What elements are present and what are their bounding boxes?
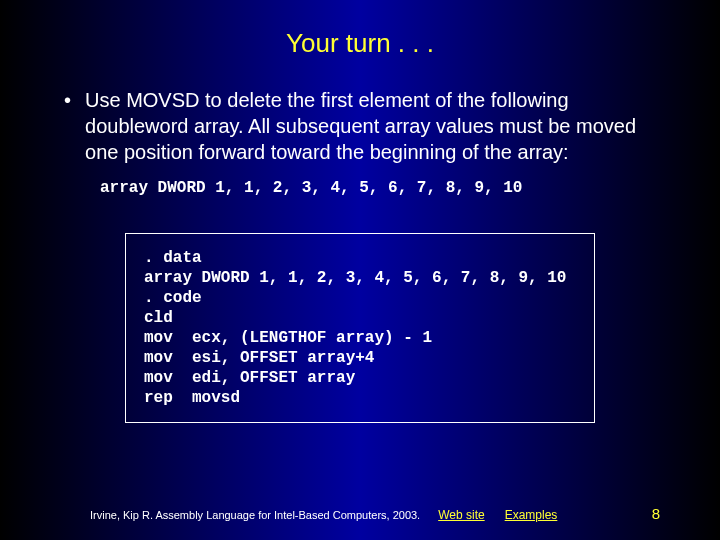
slide-title: Your turn . . . — [0, 0, 720, 59]
bullet-marker: • — [64, 87, 71, 113]
footer: Irvine, Kip R. Assembly Language for Int… — [0, 508, 720, 522]
slide-content: • Use MOVSD to delete the first element … — [0, 59, 720, 423]
bullet-item: • Use MOVSD to delete the first element … — [56, 87, 664, 165]
footer-credit: Irvine, Kip R. Assembly Language for Int… — [90, 509, 420, 521]
bullet-text: Use MOVSD to delete the first element of… — [85, 87, 664, 165]
examples-link[interactable]: Examples — [505, 508, 558, 522]
array-declaration: array DWORD 1, 1, 2, 3, 4, 5, 6, 7, 8, 9… — [100, 179, 664, 197]
code-box: . data array DWORD 1, 1, 2, 3, 4, 5, 6, … — [125, 233, 595, 423]
website-link[interactable]: Web site — [438, 508, 484, 522]
page-number: 8 — [652, 505, 660, 522]
